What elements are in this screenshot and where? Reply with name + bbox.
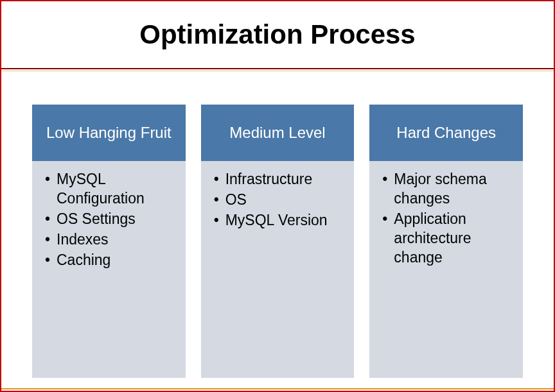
column-low-hanging-fruit: Low Hanging Fruit MySQL Configuration OS… xyxy=(32,105,186,378)
column-list: Infrastructure OS MySQL Version xyxy=(214,170,344,230)
column-list: Major schema changes Application archite… xyxy=(382,170,513,267)
list-item: OS Settings xyxy=(45,210,175,229)
column-header: Low Hanging Fruit xyxy=(32,105,186,161)
list-item: Major schema changes xyxy=(382,170,513,209)
list-item: MySQL Configuration xyxy=(45,170,175,209)
list-item: OS xyxy=(214,191,344,210)
column-body: Major schema changes Application archite… xyxy=(369,161,523,378)
column-list: MySQL Configuration OS Settings Indexes … xyxy=(45,170,175,269)
column-header: Medium Level xyxy=(201,105,355,161)
slide-title: Optimization Process xyxy=(14,19,541,50)
list-item: Application architecture change xyxy=(382,210,513,268)
column-body: MySQL Configuration OS Settings Indexes … xyxy=(32,161,186,378)
column-hard-changes: Hard Changes Major schema changes Applic… xyxy=(369,105,523,378)
list-item: Infrastructure xyxy=(214,170,344,189)
column-body: Infrastructure OS MySQL Version xyxy=(201,161,355,378)
list-item: MySQL Version xyxy=(214,211,344,230)
column-medium-level: Medium Level Infrastructure OS MySQL Ver… xyxy=(201,105,355,378)
list-item: Caching xyxy=(45,251,175,270)
presentation-slide: Optimization Process Low Hanging Fruit M… xyxy=(0,0,555,392)
list-item: Indexes xyxy=(45,230,175,250)
slide-title-region: Optimization Process xyxy=(1,1,554,69)
column-header: Hard Changes xyxy=(369,105,523,161)
slide-content-region: Low Hanging Fruit MySQL Configuration OS… xyxy=(1,69,554,391)
